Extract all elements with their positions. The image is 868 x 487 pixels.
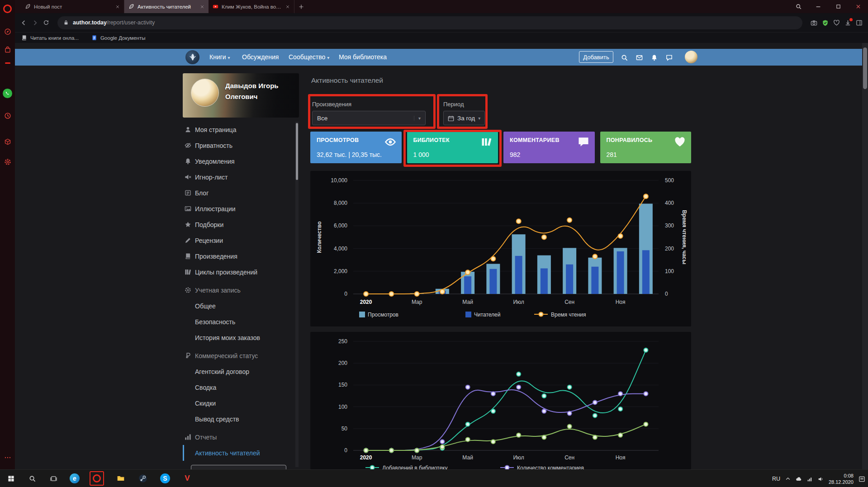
vivaldi-app-icon[interactable]: V [180, 471, 194, 486]
page-scrollbar-thumb[interactable] [863, 47, 867, 89]
sidebar-item[interactable]: Агентский договор [183, 364, 293, 379]
whatsapp-icon[interactable] [0, 89, 15, 98]
taskbar-clock[interactable]: 0:08 28.12.2020 [829, 473, 854, 485]
sidebar-item[interactable]: Скидки [183, 395, 293, 411]
reload-button[interactable] [43, 19, 49, 26]
downloads-icon[interactable] [844, 19, 851, 26]
url-bar[interactable]: author.today/report/user-activity [57, 16, 802, 29]
sidebar-item[interactable]: Отчеты [183, 429, 293, 445]
sidebar-item[interactable]: Активность читателей [183, 445, 293, 461]
browser-tab[interactable]: Активность читателей [124, 0, 209, 13]
nav-item[interactable]: Книги ▾ [209, 49, 230, 66]
page-scrollbar[interactable] [862, 43, 868, 469]
forward-button[interactable] [32, 19, 38, 26]
opera-gx-logo-icon[interactable] [0, 5, 15, 13]
sidebar-item[interactable]: Иллюстрации [183, 201, 293, 217]
profile-avatar[interactable] [191, 79, 219, 107]
stat-card-label: КОММЕНТАРИЕВ [510, 137, 588, 143]
extensions-icon[interactable] [0, 138, 15, 146]
task-view-button[interactable] [46, 471, 61, 486]
sidebar-item[interactable]: Общее [183, 298, 293, 314]
back-button[interactable] [20, 19, 27, 26]
sidebar-item[interactable]: Коммерческий статус [183, 348, 293, 364]
sidebar-item[interactable]: Моя страница [183, 122, 293, 137]
bookmark-item[interactable]: Читать книги онла... [21, 35, 79, 41]
more-icon[interactable] [0, 454, 15, 461]
settings-icon[interactable] [0, 158, 15, 165]
sidebar-item[interactable]: Произведения [183, 248, 293, 264]
tray-speaker-icon[interactable] [818, 475, 824, 483]
sidebar-item[interactable]: История моих заказов [183, 330, 293, 345]
site-logo[interactable] [185, 50, 199, 64]
gx-store-icon[interactable] [0, 46, 15, 53]
svg-text:Май: Май [462, 299, 473, 305]
sidebar-item[interactable]: Сводка [183, 379, 293, 395]
sidebar-item[interactable]: Учетная запись [183, 282, 293, 298]
new-tab-button[interactable] [294, 0, 308, 13]
bookmark-item[interactable]: Google Документы [91, 35, 146, 41]
language-indicator[interactable]: RU [772, 476, 780, 482]
sidebar-item[interactable]: Безопасность [183, 314, 293, 330]
tray-network-icon[interactable] [807, 475, 813, 483]
tab-close-icon[interactable] [115, 5, 120, 9]
sidebar-item[interactable]: Блог [183, 185, 293, 201]
tab-close-icon[interactable] [200, 5, 204, 9]
bookmark-heart-icon[interactable] [833, 19, 840, 26]
sidebar-scrollbar[interactable] [295, 122, 299, 467]
sidebar-item[interactable]: Циклы произведений [183, 264, 293, 280]
svg-text:250: 250 [338, 338, 347, 345]
stat-card: ПОНРАВИЛОСЬ281 [600, 132, 692, 163]
tray-cloud-icon[interactable] [796, 475, 802, 483]
sidebar-item[interactable]: Приватность [183, 137, 293, 153]
browser-tab[interactable]: Новый пост [21, 0, 124, 13]
skype-app-icon[interactable]: S [158, 471, 172, 486]
url-path: /report/user-activity [107, 19, 155, 26]
start-button[interactable] [4, 471, 18, 486]
site-logo-emblem-icon [188, 52, 198, 62]
forward-icon [32, 19, 38, 26]
sidebar-panels-icon[interactable] [856, 19, 863, 26]
browser-address-bar: author.today/report/user-activity [15, 13, 868, 32]
explorer-app-icon[interactable] [114, 471, 128, 486]
browser-tab-bar: Новый постАктивность читателейКлим Жуков… [15, 0, 868, 13]
sidebar-item[interactable]: Подборки [183, 217, 293, 232]
notification-center-icon[interactable] [859, 475, 865, 483]
svg-text:0: 0 [344, 447, 347, 454]
stat-card-label: ПОНРАВИЛОСЬ [607, 137, 685, 143]
tab-close-icon[interactable] [285, 5, 290, 9]
sidebar-item[interactable]: Рецензии [183, 232, 293, 248]
annotation-period-filter [437, 94, 488, 129]
snapshot-camera-icon [811, 19, 817, 26]
chart-line: 0501001502002502020МарМайИюлСенНояДобавл… [310, 332, 691, 469]
adblock-shield-icon[interactable] [822, 19, 829, 26]
speed-dial-icon [4, 28, 11, 35]
sidebar-scrollbar-thumb[interactable] [296, 123, 298, 180]
panels-icon [856, 19, 863, 26]
sidebar-item[interactable]: Игнор-лист [183, 169, 293, 185]
svg-text:100: 100 [338, 404, 347, 410]
opera-gx-app-icon[interactable] [90, 471, 104, 486]
window-maximize-button[interactable] [828, 0, 848, 13]
close-icon [200, 5, 204, 9]
sidebar-item[interactable]: Уведомления [183, 153, 293, 169]
speed-dial-icon[interactable] [0, 28, 15, 35]
edge-app-icon[interactable]: e [67, 471, 82, 486]
taskbar-search-button[interactable] [25, 471, 39, 486]
sidebar-item[interactable]: Вывод средств [183, 411, 293, 427]
bookmarks-bar: Читать книги онла...Google Документы [15, 32, 868, 43]
window-close-button[interactable] [848, 0, 868, 13]
chevron-down-icon: ▾ [228, 55, 230, 60]
window-controls [788, 0, 868, 13]
tab-search-button[interactable] [788, 0, 808, 13]
window-minimize-button[interactable] [808, 0, 828, 13]
browser-tab[interactable]: Клим Жуков, Война во Вь [209, 0, 294, 13]
nav-item[interactable]: Обсуждения [242, 49, 279, 66]
lock-icon [63, 20, 69, 25]
snapshot-icon[interactable] [811, 19, 817, 26]
history-icon[interactable] [0, 112, 15, 119]
support-button[interactable]: Служба поддержки [191, 465, 286, 469]
tray-chevron-up-icon[interactable] [785, 475, 791, 483]
notification-center-icon [859, 476, 865, 482]
steam-app-icon[interactable] [136, 471, 150, 486]
divider-icon[interactable] [0, 62, 15, 64]
